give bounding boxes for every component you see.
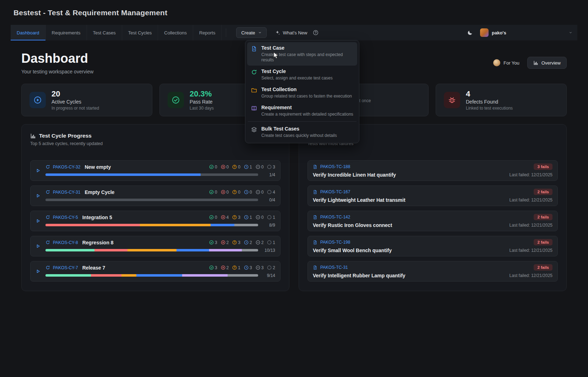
cycle-id-link[interactable]: PAKOS-CY-31 xyxy=(53,190,80,195)
cycle-list: PAKOS-CY-32 New empty 0 0 0 1 0 3 xyxy=(30,160,281,282)
not-run-icon xyxy=(267,265,272,270)
passed-icon xyxy=(209,165,214,169)
menu-item-test-cycle[interactable]: Test Cycle Select, assign and execute te… xyxy=(247,66,357,84)
run-cycle-button[interactable] xyxy=(33,242,43,251)
cycle-id-link[interactable]: PAKOS-CY-8 xyxy=(53,240,78,245)
run-cycle-button[interactable] xyxy=(33,191,43,200)
test-id-link[interactable]: PAKOS-TC-198 xyxy=(320,240,350,245)
fails-badge: 3 fails xyxy=(534,163,552,170)
fails-badge: 2 fails xyxy=(534,264,552,271)
last-failed: Last failed: 12/21/2025 xyxy=(510,273,552,278)
menu-item-requirement[interactable]: Requirement Create a requirement with de… xyxy=(247,102,357,120)
play-circle-icon xyxy=(29,92,46,108)
in-progress-icon xyxy=(244,265,249,270)
blocked-count: 0 xyxy=(261,190,264,195)
run-cycle-button[interactable] xyxy=(33,166,43,175)
in-progress-count: 2 xyxy=(250,240,252,245)
moon-icon xyxy=(467,30,473,35)
failed-icon xyxy=(221,265,225,270)
cycle-icon xyxy=(45,190,50,194)
cycle-id-link[interactable]: PAKOS-CY-32 xyxy=(53,165,80,170)
menu-item-test-collection[interactable]: Test Collection Group related test cases… xyxy=(247,84,357,102)
fails-badge: 2 fails xyxy=(534,239,552,245)
file-icon xyxy=(313,165,317,169)
cycle-stats: 0 0 0 0 0 4 xyxy=(209,190,275,195)
file-icon xyxy=(313,265,317,270)
run-cycle-button[interactable] xyxy=(33,267,43,276)
blocked-count: 0 xyxy=(261,165,264,170)
file-icon xyxy=(313,240,317,245)
cycle-icon xyxy=(251,69,257,75)
whats-new-label: What's New xyxy=(283,30,307,35)
whats-new-button[interactable]: What's New xyxy=(275,30,307,35)
in-progress-count: 1 xyxy=(250,165,252,170)
active-cycles-label: Active Cycles xyxy=(51,99,99,105)
user-menu[interactable]: pako's xyxy=(480,27,572,38)
passed-count: 0 xyxy=(215,190,217,195)
cycle-name: Empty Cycle xyxy=(85,189,114,195)
not-run-icon xyxy=(267,215,272,220)
menu-item-label: Requirement xyxy=(261,105,353,111)
caution-icon xyxy=(232,215,237,220)
progress-fraction: 9/14 xyxy=(262,273,275,278)
not-run-count: 1 xyxy=(273,215,275,220)
nav-divider xyxy=(226,28,226,37)
nav-tab-dashboard[interactable]: Dashboard xyxy=(11,25,46,40)
panel-subtitle: Top 5 active cycles, recently updated xyxy=(30,141,281,146)
test-id-link[interactable]: PAKOS-TC-188 xyxy=(320,164,350,169)
defects-sub: Linked to test executions xyxy=(466,106,513,111)
cycle-id-link[interactable]: PAKOS-CY-5 xyxy=(53,215,78,220)
test-id-link[interactable]: PAKOS-TC-167 xyxy=(320,189,350,194)
theme-toggle-button[interactable] xyxy=(467,30,473,35)
menu-item-bulk-test-cases[interactable]: Bulk Test Cases Create test cases quickl… xyxy=(247,123,357,141)
not-run-icon xyxy=(267,240,272,245)
progress-bar xyxy=(45,224,258,226)
test-name: Verify Incredible Linen Hat quantify xyxy=(313,172,396,178)
caution-icon xyxy=(232,265,237,270)
cycle-row: PAKOS-CY-31 Empty Cycle 0 0 0 0 0 4 xyxy=(30,185,281,206)
cycle-icon xyxy=(45,215,50,220)
caution-count: 0 xyxy=(238,165,240,170)
in-progress-icon xyxy=(244,190,249,194)
failed-icon xyxy=(221,215,225,220)
nav-tab-test-cycles[interactable]: Test Cycles xyxy=(122,25,158,40)
user-name: pako's xyxy=(492,30,506,35)
not-run-count: 4 xyxy=(273,190,275,195)
nav-tab-requirements[interactable]: Requirements xyxy=(46,25,87,40)
failed-icon xyxy=(221,165,225,169)
caution-icon xyxy=(232,190,237,194)
failed-icon xyxy=(221,190,225,194)
in-progress-icon xyxy=(244,215,249,220)
blocked-icon xyxy=(256,240,260,245)
bug-icon xyxy=(444,92,460,108)
menu-item-test-case[interactable]: Test Case Create a test case with steps … xyxy=(247,42,357,66)
nav-tab-test-cases[interactable]: Test Cases xyxy=(87,25,122,40)
failed-count: 4 xyxy=(227,215,229,220)
create-button-label: Create xyxy=(241,30,255,35)
last-failed: Last failed: 12/21/2025 xyxy=(510,248,552,253)
create-button[interactable]: Create xyxy=(236,27,267,38)
pass-rate-value: 20.3% xyxy=(190,89,214,99)
file-icon xyxy=(313,215,317,220)
last-failed: Last failed: 12/21/2025 xyxy=(510,198,552,203)
failed-count: 2 xyxy=(227,265,229,270)
overview-label: Overview xyxy=(541,60,561,66)
menu-item-label: Test Collection xyxy=(261,87,352,93)
nav-tab-collections[interactable]: Collections xyxy=(158,25,193,40)
test-name: Verify Rustic Iron Gloves connect xyxy=(313,222,392,228)
for-you-button[interactable]: For You xyxy=(488,57,524,69)
passed-icon xyxy=(209,215,214,220)
titlebar: Bestest - Test & Requirement Management xyxy=(0,0,588,23)
run-cycle-button[interactable] xyxy=(33,216,43,226)
passed-count: 3 xyxy=(215,265,217,270)
test-id-link[interactable]: PAKOS-TC-142 xyxy=(320,215,350,220)
blocked-count: 3 xyxy=(261,265,264,270)
active-cycles-sub: In progress or not started xyxy=(51,106,99,111)
progress-bar xyxy=(45,249,258,251)
cycle-id-link[interactable]: PAKOS-CY-7 xyxy=(53,265,78,270)
failed-count: 2 xyxy=(227,240,229,245)
test-id-link[interactable]: PAKOS-TC-31 xyxy=(320,265,348,270)
help-button[interactable] xyxy=(313,30,318,35)
overview-button[interactable]: Overview xyxy=(527,57,567,69)
nav-tab-reports[interactable]: Reports xyxy=(193,25,222,40)
